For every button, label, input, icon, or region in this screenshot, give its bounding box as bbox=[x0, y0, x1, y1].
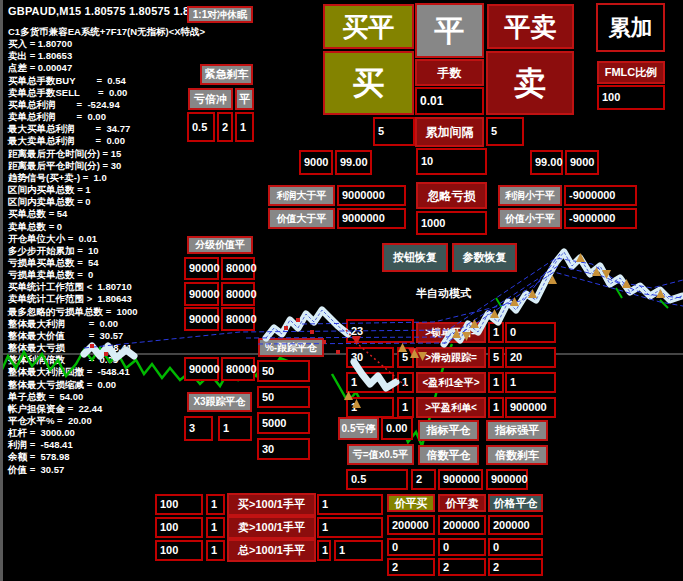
price-close-buy-button[interactable]: 价平买 bbox=[387, 494, 435, 512]
ignore-loss-input[interactable]: 1000 bbox=[416, 211, 487, 235]
value-below-close-button[interactable]: 价值小于平 bbox=[498, 208, 562, 229]
value-above-input[interactable]: 9000000 bbox=[337, 208, 406, 229]
x3-input-b[interactable]: 1 bbox=[218, 416, 252, 441]
slide-row-input-b[interactable]: 5 bbox=[397, 347, 414, 368]
range-input-4[interactable]: 99.00 bbox=[530, 150, 563, 175]
price-close-sell-price-input[interactable]: 200000 bbox=[438, 515, 486, 535]
ignore-loss-button[interactable]: 忽略亏损 bbox=[416, 182, 487, 209]
total-over-100-close-button[interactable]: 总>100/1手平 bbox=[227, 539, 316, 562]
multiple-brake-button[interactable]: 倍数刹车 bbox=[486, 445, 548, 465]
lock-steps-input[interactable]: 23 bbox=[346, 319, 414, 343]
price-close-all-mode-input[interactable]: 2 bbox=[488, 558, 543, 576]
price-close-buy-mode-input[interactable]: 2 bbox=[387, 558, 435, 576]
indicator-force-close-button[interactable]: 指标强平 bbox=[486, 420, 548, 441]
value-below-input[interactable]: -9000000 bbox=[564, 208, 637, 229]
price-close-buy-zero-input[interactable]: 0 bbox=[387, 538, 435, 556]
profit1-close-all-button[interactable]: <盈利1全平> bbox=[416, 372, 486, 393]
fmlc-ratio-input[interactable]: 100 bbox=[597, 85, 665, 110]
trailing-input-2[interactable]: 50 bbox=[257, 386, 310, 408]
loss-row-input-4[interactable]: 900000 bbox=[486, 469, 528, 490]
price-close-sell-mode-input[interactable]: 2 bbox=[438, 558, 486, 576]
param-restore-button[interactable]: 参数恢复 bbox=[452, 243, 517, 272]
profit1-row-input-a[interactable]: 1 bbox=[346, 372, 394, 393]
trailing-input-1[interactable]: 50 bbox=[257, 360, 310, 382]
loss-multiple-close-button[interactable]: 平 bbox=[235, 88, 254, 110]
value-above-close-button[interactable]: 价值大于平 bbox=[268, 208, 335, 229]
profit-below-input[interactable]: -9000000 bbox=[564, 185, 637, 206]
brake-input-1[interactable]: 0.5 bbox=[187, 112, 215, 142]
close-profit-input-2[interactable]: 900000 bbox=[505, 397, 556, 418]
price-close-sell-button[interactable]: 价平卖 bbox=[438, 494, 486, 512]
graded-input-r1c2[interactable]: 80000 bbox=[221, 257, 255, 280]
total-close-lot-input[interactable]: 1 bbox=[206, 540, 225, 561]
sell-close-lot-input[interactable]: 1 bbox=[206, 517, 225, 538]
accumulate-button[interactable]: 累加 bbox=[596, 3, 665, 52]
range-input-1[interactable]: 9000 bbox=[299, 150, 333, 175]
loss-stop-button[interactable]: 0.5亏停 bbox=[338, 417, 379, 440]
buy-over-100-close-button[interactable]: 买>100/1手平 bbox=[227, 493, 316, 516]
close-profit-orders-button[interactable]: >平盈利单< bbox=[416, 397, 486, 418]
multiple-close-button[interactable]: 倍数平仓 bbox=[418, 445, 479, 465]
range-input-5[interactable]: 9000 bbox=[565, 150, 599, 175]
price-close-sell-zero-input[interactable]: 0 bbox=[438, 538, 486, 556]
sell-close-count-input[interactable]: 100 bbox=[155, 517, 203, 538]
trailing-input-4[interactable]: 30 bbox=[257, 438, 310, 460]
button-restore-button[interactable]: 按钮恢复 bbox=[382, 243, 448, 272]
lock-open-input-2[interactable]: 0 bbox=[505, 322, 556, 343]
close-profit-row-input-b[interactable]: 1 bbox=[397, 397, 414, 418]
profit-above-close-button[interactable]: 利润大于平 bbox=[268, 185, 335, 206]
loss-row-input-1[interactable]: 0.5 bbox=[346, 469, 408, 490]
x3-trailing-close-button[interactable]: X3跟踪平仓 bbox=[187, 392, 252, 412]
buy-close-lot-input[interactable]: 1 bbox=[206, 494, 225, 515]
buy-close-count-input[interactable]: 100 bbox=[155, 494, 203, 515]
price-close-all-price-input[interactable]: 200000 bbox=[488, 515, 543, 535]
loss-value-formula-button[interactable]: 亏=值x0.5平 bbox=[347, 444, 414, 465]
range-input-3[interactable]: 10 bbox=[416, 148, 487, 175]
total-close-flag-input-1[interactable]: 1 bbox=[317, 540, 331, 561]
price-close-buy-price-input[interactable]: 200000 bbox=[387, 515, 435, 535]
graded-input-r2c2[interactable]: 80000 bbox=[221, 282, 255, 306]
total-close-flag-input-2[interactable]: 1 bbox=[334, 540, 383, 561]
sell-close-flag-input[interactable]: 1 bbox=[317, 517, 383, 538]
graded-input-r1c1[interactable]: 90000 bbox=[184, 257, 219, 280]
profit1-input-1[interactable]: 1 bbox=[488, 372, 504, 393]
lock-open-input-1[interactable]: 1 bbox=[488, 322, 504, 343]
acc-gap-label[interactable]: 累加间隔 bbox=[415, 117, 484, 147]
loss-multiple-button[interactable]: 亏倍冲 bbox=[188, 88, 233, 110]
price-close-all-button[interactable]: 价格平仓 bbox=[488, 494, 543, 512]
percent-trailing-close-button[interactable]: %-跟踪平仓 bbox=[258, 338, 324, 357]
emergency-brake-button[interactable]: 紧急刹车 bbox=[200, 64, 253, 85]
fmlc-ratio-label[interactable]: FMLC比例 bbox=[597, 61, 665, 84]
graded-input-r3c1[interactable]: 90000 bbox=[184, 307, 219, 331]
graded-input-r2c1[interactable]: 90000 bbox=[184, 282, 219, 306]
loss-stop-input[interactable]: 0.00 bbox=[381, 417, 413, 440]
graded-input-r4c2[interactable]: 80000 bbox=[221, 357, 255, 381]
profit-above-input[interactable]: 9000000 bbox=[337, 185, 406, 206]
price-close-all-zero-input[interactable]: 0 bbox=[488, 538, 543, 556]
close-profit-input-1[interactable]: 1 bbox=[488, 397, 504, 418]
sell-button[interactable]: 卖 bbox=[486, 51, 574, 115]
indicator-close-button[interactable]: 指标平仓 bbox=[418, 420, 479, 441]
trailing-input-3[interactable]: 5000 bbox=[257, 412, 310, 434]
profit1-row-input-b[interactable]: 1 bbox=[397, 372, 414, 393]
slide-trailing-button[interactable]: >滑动跟踪= bbox=[416, 347, 486, 368]
loss-row-input-3[interactable]: 900000 bbox=[438, 469, 483, 490]
slide-row-input-a[interactable]: 30 bbox=[346, 347, 394, 368]
lock-open-button[interactable]: >锁单开启= bbox=[416, 322, 486, 343]
graded-input-r3c2[interactable]: 80000 bbox=[221, 307, 255, 331]
total-close-count-input[interactable]: 100 bbox=[155, 540, 203, 561]
slide-trailing-input-2[interactable]: 20 bbox=[505, 347, 556, 368]
sell-over-100-close-button[interactable]: 卖>100/1手平 bbox=[227, 516, 316, 539]
x3-input-a[interactable]: 3 bbox=[184, 416, 213, 441]
close-profit-row-input-a[interactable]: 1 bbox=[346, 397, 394, 418]
close-sell-button[interactable]: 平卖 bbox=[487, 4, 574, 49]
close-all-button[interactable]: 平 bbox=[415, 3, 484, 58]
buy-button[interactable]: 买 bbox=[323, 51, 414, 115]
graded-input-r4c1[interactable]: 90000 bbox=[184, 357, 219, 381]
brake-input-3[interactable]: 1 bbox=[235, 112, 254, 142]
brake-input-2[interactable]: 2 bbox=[217, 112, 233, 142]
profit-below-close-button[interactable]: 利润小于平 bbox=[498, 185, 562, 206]
loss-row-input-2[interactable]: 2 bbox=[411, 469, 436, 490]
buy-close-flag-input[interactable]: 1 bbox=[317, 494, 383, 515]
acc-gap-right-input[interactable]: 5 bbox=[486, 117, 524, 146]
